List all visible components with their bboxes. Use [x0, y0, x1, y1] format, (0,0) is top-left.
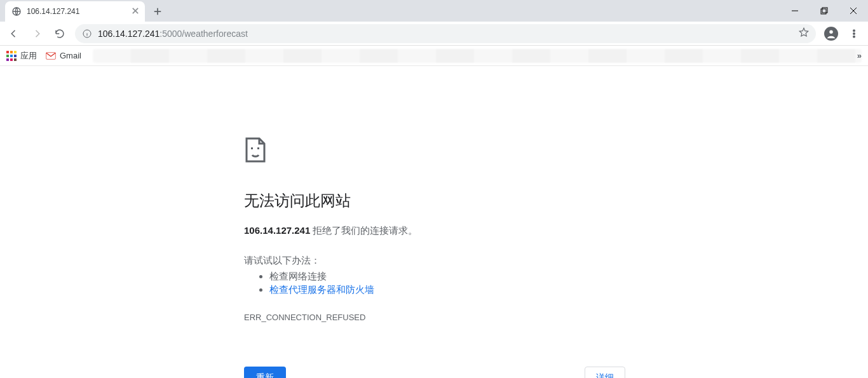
tab-title: 106.14.127.241 [27, 7, 79, 16]
error-title: 无法访问此网站 [244, 191, 625, 211]
error-refused-line: 106.14.127.241 拒绝了我们的连接请求。 [244, 225, 625, 237]
url-path: :5000/weatherforecast [159, 29, 248, 39]
page-content: 无法访问此网站 106.14.127.241 拒绝了我们的连接请求。 请试试以下… [0, 66, 868, 378]
error-suggestions-list: 检查网络连接 检查代理服务器和防火墙 [244, 271, 625, 296]
reload-page-button[interactable]: 重新加载 [244, 367, 286, 378]
suggestion-check-proxy-link[interactable]: 检查代理服务器和防火墙 [269, 284, 374, 295]
toolbar: 106.14.127.241:5000/weatherforecast [0, 22, 868, 46]
error-refused-tail: 拒绝了我们的连接请求。 [310, 225, 417, 236]
svg-rect-13 [257, 147, 259, 149]
apps-label: 应用 [20, 50, 37, 62]
globe-icon [11, 6, 22, 17]
reload-button[interactable] [50, 24, 70, 44]
window-maximize-button[interactable] [810, 0, 839, 22]
window-controls [780, 0, 868, 22]
bookmarks-blurred-region [93, 49, 862, 63]
error-refused-host: 106.14.127.241 [244, 225, 310, 236]
suggestion-check-network: 检查网络连接 [269, 271, 625, 283]
svg-point-9 [853, 32, 855, 34]
bookmarks-apps[interactable]: 应用 [6, 50, 37, 62]
address-bar[interactable]: 106.14.127.241:5000/weatherforecast [75, 24, 816, 43]
error-container: 无法访问此网站 106.14.127.241 拒绝了我们的连接请求。 请试试以下… [244, 137, 625, 378]
window-minimize-button[interactable] [780, 0, 810, 22]
bookmarks-overflow-button[interactable]: » [857, 51, 862, 60]
bookmark-star-button[interactable] [798, 27, 810, 40]
tab-close-button[interactable] [132, 7, 139, 16]
error-suggestions-heading: 请试试以下办法： [244, 255, 625, 267]
svg-rect-1 [821, 9, 826, 14]
svg-rect-12 [251, 147, 253, 149]
tab-strip: 106.14.127.241 [0, 0, 868, 22]
details-button[interactable]: 详细信息 [585, 367, 625, 378]
apps-icon [6, 51, 17, 61]
gmail-label: Gmail [60, 51, 81, 60]
svg-rect-2 [822, 8, 827, 13]
forward-button[interactable] [27, 24, 47, 44]
bookmarks-gmail[interactable]: Gmail [46, 51, 81, 60]
gmail-icon [46, 52, 56, 60]
window-close-button[interactable] [839, 0, 868, 22]
bookmarks-bar: 应用 Gmail » [0, 46, 868, 66]
error-code: ERR_CONNECTION_REFUSED [244, 313, 625, 322]
url-text: 106.14.127.241:5000/weatherforecast [98, 29, 794, 39]
browser-tab[interactable]: 106.14.127.241 [5, 1, 145, 22]
url-host: 106.14.127.241 [98, 29, 159, 39]
site-info-icon[interactable] [81, 28, 93, 39]
svg-point-8 [853, 30, 855, 32]
back-button[interactable] [4, 24, 24, 44]
svg-point-7 [829, 29, 833, 34]
svg-point-10 [853, 36, 855, 37]
new-tab-button[interactable] [149, 3, 166, 20]
sad-file-icon [244, 137, 625, 165]
error-buttons: 重新加载 详细信息 [244, 367, 625, 378]
chrome-menu-button[interactable] [844, 24, 864, 44]
profile-button[interactable] [821, 24, 841, 44]
